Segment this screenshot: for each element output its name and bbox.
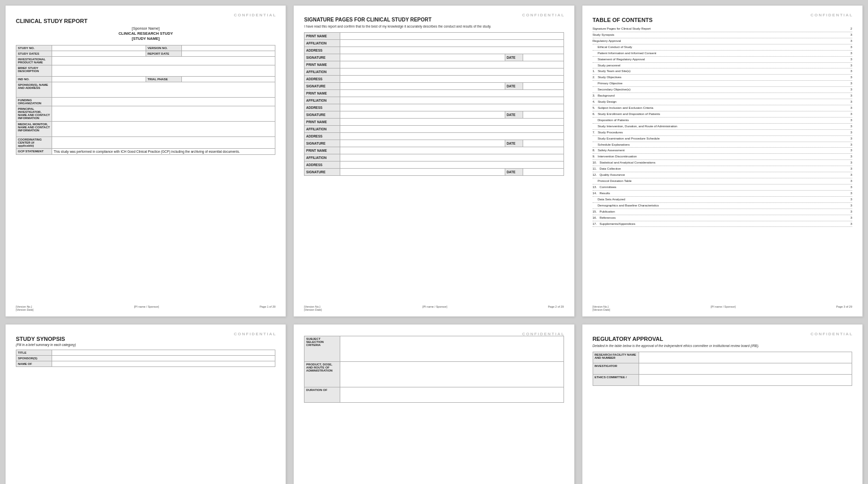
field-label: ADDRESS [304, 104, 340, 111]
field-value [340, 126, 564, 133]
field-label: COORDINATING CENTER (if applicable) [16, 137, 52, 149]
confidential-label-1: CONFIDENTIAL [234, 13, 277, 17]
field-label: PRINT NAME [304, 90, 340, 97]
table-row: STUDY DATES REPORT DATE [16, 51, 275, 57]
field-label: SUBJECT SELECTION CRITERIA [304, 336, 340, 362]
field-label: PRINT NAME [304, 147, 340, 154]
field-value [52, 137, 275, 149]
date-label: DATE [505, 83, 523, 90]
field-value [181, 51, 275, 57]
field-value [340, 336, 564, 362]
field-value [52, 77, 146, 82]
field-value [340, 54, 505, 61]
field-label: INVESTIGATOR [593, 363, 639, 375]
field-value [639, 375, 852, 386]
date-label: DATE [505, 140, 523, 147]
field-label: INVESTIGATIONAL PRODUCT NAME [16, 57, 52, 65]
field-value [340, 33, 564, 40]
field-label: ADDRESS [304, 162, 340, 169]
table-row: SUBJECT SELECTION CRITERIA [304, 336, 564, 362]
field-label: AFFILIATION [304, 97, 340, 104]
field-value [340, 61, 564, 68]
page-2-subtitle: I have read this report and confirm that… [304, 25, 564, 28]
table-row: SIGNATURE DATE [304, 169, 564, 176]
toc-item: 11. Data Collection3 [593, 166, 852, 172]
field-value [181, 45, 275, 51]
toc-item: 17. Supplements/Appendices3 [593, 221, 852, 227]
date-value [523, 111, 564, 119]
table-row: DURATION OF [304, 387, 564, 403]
date-label: DATE [505, 111, 523, 119]
page-4-title: STUDY SYNOPSIS [16, 336, 275, 342]
table-row: PRODUCT, DOSE, AND ROUTE OF ADMINISTRATI… [304, 362, 564, 387]
page-4: CONFIDENTIAL STUDY SYNOPSIS (Fill in a b… [5, 324, 286, 484]
toc-item: 1. Study Team and Site(s)3 [593, 68, 852, 75]
page-1-footer: [Version No.] [Version Date] [PI name / … [16, 305, 275, 311]
table-row: PRINCIPAL INVESTIGATOR, NAME AND CONTACT… [16, 106, 275, 122]
field-label: PRODUCT, DOSE, AND ROUTE OF ADMINISTRATI… [304, 362, 340, 387]
field-label: ADDRESS [304, 47, 340, 54]
field-label: ADDRESS [304, 76, 340, 83]
field-value [340, 140, 505, 147]
field-value [340, 154, 564, 162]
table-row: NAME OF [16, 361, 275, 367]
field-value [340, 169, 505, 176]
study-name: [STUDY NAME] [16, 36, 275, 41]
field-value [52, 356, 275, 361]
field-label: SIGNATURE [304, 140, 340, 147]
table-row: COORDINATING CENTER (if applicable) [16, 137, 275, 149]
page-5: CONFIDENTIAL SUBJECT SELECTION CRITERIA … [293, 324, 574, 484]
field-value [52, 361, 275, 367]
field-label: RESEARCH FACILITY NAME AND NUMBER [593, 352, 639, 363]
toc-item: 12. Quality Assurance3 [593, 172, 852, 178]
field-label: REPORT DATE [146, 51, 181, 57]
toc-item: Study Examination and Procedure Schedule… [593, 136, 852, 142]
field-label: GCP STATEMENT [16, 149, 52, 155]
field-label: AFFILIATION [304, 154, 340, 162]
toc-item: 7. Study Procedures3 [593, 130, 852, 136]
confidential-label-4: CONFIDENTIAL [234, 332, 277, 336]
page-4-subtitle: (Fill in a brief summary in each categor… [16, 343, 275, 347]
toc-item: 14. Results3 [593, 191, 852, 197]
toc-item: Ethical Conduct of Study3 [593, 44, 852, 51]
table-row: SPONSOR(S), NAME AND ADDRESS [16, 82, 275, 98]
toc-list: Signature Pages for Clinical Study Repor… [593, 26, 852, 227]
table-row: AFFILIATION [304, 154, 564, 162]
page-6-subtitle: Detailed in the table below is the appro… [593, 344, 852, 348]
confidential-label-6: CONFIDENTIAL [810, 332, 853, 336]
footer-right: Page 2 of 29 [548, 305, 564, 311]
table-row: AFFILIATION [304, 126, 564, 133]
date-label: DATE [505, 54, 523, 61]
sponsor-name: [Sponsor Name] [16, 26, 275, 31]
footer-center: [PI name / Sponsor] [711, 305, 736, 311]
field-label: STUDY NO. [16, 45, 52, 51]
field-label: VERSION NO. [146, 45, 181, 51]
regulatory-table: RESEARCH FACILITY NAME AND NUMBER INVEST… [593, 352, 852, 386]
field-value [181, 77, 275, 82]
confidential-label-5: CONFIDENTIAL [522, 332, 565, 336]
page-2: CONFIDENTIAL SIGNATURE PAGES FOR CLINICA… [293, 5, 574, 317]
date-value [523, 140, 564, 147]
field-label: NAME OF [16, 361, 52, 367]
signature-table: PRINT NAME AFFILIATION ADDRESS SIGNATURE… [304, 32, 564, 176]
page-2-footer: [Version No.] [Version Date] [PI name / … [304, 305, 564, 311]
toc-item: 2. Study Objectives3 [593, 75, 852, 81]
table-row: PRINT NAME [304, 147, 564, 154]
page-3-title: TABLE OF CONTENTS [593, 17, 852, 23]
page-1: CONFIDENTIAL CLINICAL STUDY REPORT [Spon… [5, 5, 286, 317]
table-row: PRINT NAME [304, 33, 564, 40]
field-label: PRINCIPAL INVESTIGATOR, NAME AND CONTACT… [16, 106, 52, 122]
footer-left: [Version No.] [Version Date] [593, 305, 611, 311]
toc-item: 9. Intervention Discontinuation3 [593, 154, 852, 160]
table-row: AFFILIATION [304, 40, 564, 47]
field-value [639, 363, 852, 375]
page-2-title: SIGNATURE PAGES FOR CLINICAL STUDY REPOR… [304, 17, 564, 22]
field-value [340, 111, 505, 119]
table-row: PRINT NAME [304, 61, 564, 68]
page-3-footer: [Version No.] [Version Date] [PI name / … [593, 305, 852, 311]
field-label: FUNDING ORGANIZATION [16, 98, 52, 106]
table-row: PRINT NAME [304, 119, 564, 126]
table-row: SIGNATURE DATE [304, 111, 564, 119]
field-label: SIGNATURE [304, 54, 340, 61]
table-row: AFFILIATION [304, 68, 564, 76]
